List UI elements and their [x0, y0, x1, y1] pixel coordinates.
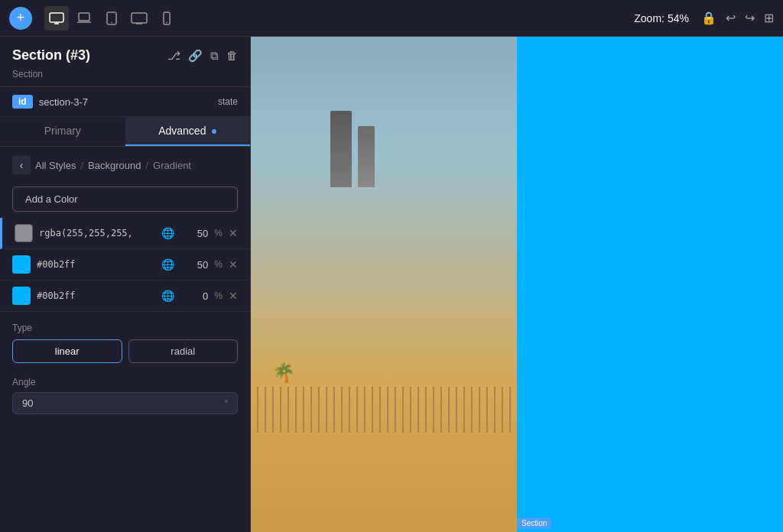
tab-primary-label: Primary: [44, 125, 81, 137]
color-swatch-2[interactable]: [12, 255, 31, 274]
percent-sign-2: %: [214, 259, 223, 270]
zoom-value: 54%: [668, 12, 689, 24]
topbar-right: Zoom: 54% 🔒 ↩ ↪ ⊞: [634, 11, 774, 25]
type-section: Type linear radial: [0, 312, 250, 369]
section-label: Section: [12, 69, 43, 79]
color-row-1: rgba(255,255,255, 🌐 % ✕: [0, 218, 250, 249]
color-row-3: #00b2ff 🌐 % ✕: [0, 281, 250, 312]
color-row-2: #00b2ff 🌐 % ✕: [0, 249, 250, 281]
sidebar: Section (#3) ⎇ 🔗 ⧉ 🗑 Section id section-…: [0, 37, 251, 532]
breadcrumb-back-button[interactable]: ‹: [12, 156, 31, 174]
laptop-icon[interactable]: [72, 6, 96, 31]
section-title-row: Section (#3) ⎇ 🔗 ⧉ 🗑: [12, 47, 238, 63]
opacity-input-2[interactable]: [180, 259, 208, 271]
main-area: Section (#3) ⎇ 🔗 ⧉ 🗑 Section id section-…: [0, 37, 783, 532]
id-row: id section-3-7 state: [0, 87, 250, 117]
breadcrumb-gradient: Gradient: [153, 160, 191, 171]
color-value-1: rgba(255,255,255,: [39, 228, 155, 238]
color-swatch-1[interactable]: [15, 224, 33, 242]
opacity-input-1[interactable]: [180, 228, 208, 239]
tab-advanced[interactable]: Advanced: [125, 117, 251, 146]
blue-gradient-section: [517, 37, 783, 532]
id-value: section-3-7: [39, 96, 212, 108]
globe-icon-2[interactable]: 🌐: [161, 258, 174, 271]
state-button[interactable]: state: [218, 96, 238, 107]
angle-input-row: °: [12, 392, 238, 414]
breadcrumb-sep-2: /: [145, 160, 148, 171]
color-swatch-3[interactable]: [12, 287, 31, 305]
svg-rect-3: [79, 13, 89, 21]
section-actions: ⎇ 🔗 ⧉ 🗑: [167, 49, 238, 63]
remove-color-3[interactable]: ✕: [229, 290, 238, 302]
breadcrumb-sep-1: /: [80, 160, 83, 171]
device-icons: [44, 6, 179, 31]
canvas-section-label: Section: [517, 517, 551, 529]
grid-icon[interactable]: ⊞: [764, 11, 774, 25]
chevron-left-icon: ‹: [20, 159, 24, 171]
canvas-content: 🌴: [251, 37, 783, 532]
type-label: Type: [12, 323, 238, 333]
breadcrumb-background[interactable]: Background: [88, 160, 141, 171]
section-title: Section (#3): [12, 47, 90, 63]
color-value-2: #00b2ff: [37, 259, 155, 270]
angle-input[interactable]: [22, 397, 224, 409]
building-tall: [330, 111, 352, 187]
topbar-action-icons: 🔒 ↩ ↪ ⊞: [701, 11, 774, 25]
topbar-left: +: [9, 6, 179, 31]
globe-icon-1[interactable]: 🌐: [161, 227, 174, 239]
beach-image: 🌴: [251, 37, 517, 532]
plus-icon: +: [17, 10, 25, 26]
zoom-prefix: Zoom:: [634, 12, 664, 24]
breadcrumb-all-styles[interactable]: All Styles: [35, 160, 76, 171]
svg-point-9: [166, 21, 167, 23]
globe-icon-3[interactable]: 🌐: [161, 290, 174, 302]
percent-sign-1: %: [214, 228, 223, 238]
remove-color-2[interactable]: ✕: [229, 258, 238, 271]
tab-advanced-dot: [212, 129, 216, 134]
breadcrumb: ‹ All Styles / Background / Gradient: [0, 147, 250, 180]
section-header: Section (#3) ⎇ 🔗 ⧉ 🗑 Section: [0, 37, 250, 87]
type-radial-button[interactable]: radial: [128, 339, 239, 363]
angle-unit: °: [224, 398, 228, 409]
id-badge: id: [12, 95, 33, 109]
tv-icon[interactable]: [127, 6, 151, 31]
type-linear-button[interactable]: linear: [12, 339, 122, 363]
canvas-area: 🌴 Section: [251, 37, 783, 532]
percent-sign-3: %: [214, 290, 223, 301]
link-icon[interactable]: 🔗: [188, 49, 203, 63]
add-button[interactable]: +: [9, 7, 32, 30]
desktop-icon[interactable]: [44, 6, 69, 31]
svg-rect-6: [132, 13, 147, 23]
tabs: Primary Advanced: [0, 117, 250, 147]
add-color-button[interactable]: Add a Color: [12, 187, 238, 212]
type-buttons: linear radial: [12, 339, 238, 363]
tab-primary[interactable]: Primary: [0, 117, 125, 146]
tablet-icon[interactable]: [99, 6, 124, 31]
beach-buildings: [330, 111, 375, 187]
svg-rect-0: [50, 13, 63, 22]
mobile-icon[interactable]: [154, 6, 179, 31]
opacity-input-3[interactable]: [180, 290, 208, 302]
angle-section: Angle °: [0, 369, 250, 422]
beach-palms: 🌴: [272, 362, 295, 384]
beach-people: [251, 387, 517, 433]
zoom-display: Zoom: 54%: [634, 12, 689, 24]
tab-advanced-label: Advanced: [158, 125, 206, 137]
remove-color-1[interactable]: ✕: [229, 227, 238, 239]
color-value-3: #00b2ff: [37, 290, 155, 301]
redo-icon[interactable]: ↪: [745, 11, 755, 25]
undo-icon[interactable]: ↩: [726, 11, 736, 25]
delete-icon[interactable]: 🗑: [226, 49, 238, 63]
angle-label: Angle: [12, 377, 238, 388]
building-short: [358, 126, 375, 187]
duplicate-icon[interactable]: ⧉: [210, 49, 219, 63]
beach-background: 🌴: [251, 37, 517, 532]
topbar: +: [0, 0, 783, 37]
hierarchy-icon[interactable]: ⎇: [167, 49, 180, 63]
lock-icon[interactable]: 🔒: [701, 11, 716, 25]
svg-point-5: [111, 21, 112, 23]
